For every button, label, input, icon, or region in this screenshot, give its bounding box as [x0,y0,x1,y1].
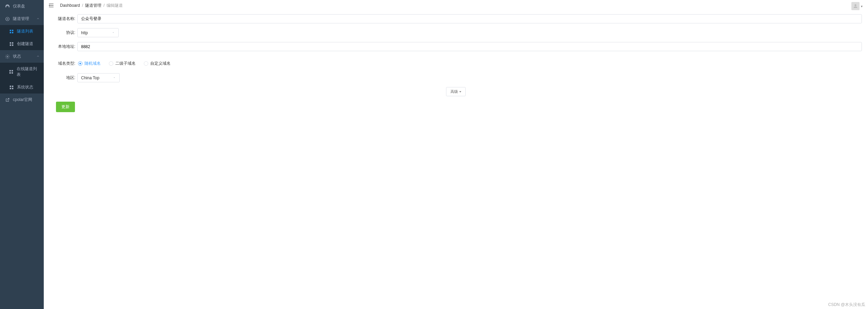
radio-subdomain[interactable]: 二级子域名 [109,61,136,66]
sidebar-item-label: 创建隧道 [17,41,33,47]
svg-rect-13 [12,72,13,74]
tunnel-name-label: 隧道名称: [50,16,75,22]
breadcrumb-item[interactable]: 隧道管理 [85,3,101,8]
region-label: 地区: [50,75,75,81]
grid-icon [9,85,14,90]
svg-rect-7 [10,44,11,46]
tunnel-name-input[interactable] [77,14,862,23]
grid-icon [9,29,14,34]
svg-rect-16 [10,88,11,89]
svg-point-9 [7,56,8,57]
region-value: China Top [81,76,99,80]
watermark: CSDN @木头没有瓜 [828,302,865,308]
gear-icon [5,54,10,59]
sidebar-item-label: 隧道管理 [13,16,29,22]
svg-rect-10 [9,70,11,71]
svg-rect-3 [10,32,11,33]
svg-point-18 [854,4,856,6]
breadcrumb-separator: / [103,3,104,8]
breadcrumb: Dashboard / 隧道管理 / 编辑隧道 [60,3,123,8]
svg-rect-15 [12,85,13,87]
caret-down-icon: ▾ [861,4,863,8]
breadcrumb-current: 编辑隧道 [107,3,123,8]
protocol-select[interactable]: http [77,28,119,37]
radio-dot-icon [144,61,148,66]
sidebar-item-label: 系统状态 [17,84,33,90]
svg-rect-8 [12,44,13,46]
sidebar-item-online-tunnels[interactable]: 在线隧道列表 [0,63,44,81]
domain-type-label: 域名类型: [50,61,75,66]
radio-label: 自定义域名 [150,61,171,66]
advanced-toggle-button[interactable]: 高级 [446,87,466,96]
chevron-down-icon [36,55,40,59]
svg-rect-4 [12,32,13,33]
user-menu[interactable]: ▾ [851,2,863,10]
plus-circle-icon [5,16,10,22]
radio-random-domain[interactable]: 随机域名 [78,61,101,66]
radio-dot-icon [78,61,82,66]
update-button[interactable]: 更新 [56,102,75,112]
svg-rect-11 [12,70,13,71]
sidebar-item-label: 状态 [13,54,21,59]
grid-icon [9,69,14,75]
external-link-icon [5,97,10,103]
advanced-label: 高级 [450,89,458,94]
protocol-label: 协议: [50,30,75,36]
menu-toggle-icon[interactable] [49,3,54,8]
sidebar-item-label: cpolar官网 [13,97,32,103]
svg-rect-6 [12,42,13,43]
breadcrumb-separator: / [82,3,83,8]
form-edit-tunnel: 隧道名称: 协议: http 本地地址: 域名类型: 随机域名 二级子域名 自定… [44,11,868,309]
svg-rect-14 [10,85,11,87]
breadcrumb-item[interactable]: Dashboard [60,3,80,8]
protocol-value: http [81,30,88,35]
chevron-down-icon [113,76,116,80]
sidebar-item-label: 在线隧道列表 [17,66,39,78]
svg-rect-5 [10,42,11,43]
sidebar-item-tunnel-list[interactable]: 隧道列表 [0,25,44,38]
header: Dashboard / 隧道管理 / 编辑隧道 ▾ [44,0,868,11]
dashboard-icon [5,4,10,9]
avatar-icon [851,2,860,10]
sidebar: 仪表盘 隧道管理 隧道列表 创建隧道 状态 在线隧道列表 系统状态 cpolar… [0,0,44,309]
svg-rect-17 [12,88,13,89]
sidebar-item-create-tunnel[interactable]: 创建隧道 [0,38,44,50]
svg-rect-1 [10,29,11,31]
radio-label: 随机域名 [84,61,101,66]
local-addr-label: 本地地址: [50,44,75,49]
sidebar-item-status[interactable]: 状态 [0,50,44,63]
sidebar-item-cpolar-site[interactable]: cpolar官网 [0,94,44,106]
region-select[interactable]: China Top [77,73,120,82]
sidebar-item-label: 仪表盘 [13,3,25,9]
radio-dot-icon [109,61,113,66]
sidebar-item-tunnel-manage[interactable]: 隧道管理 [0,13,44,25]
sidebar-item-dashboard[interactable]: 仪表盘 [0,0,44,13]
svg-rect-12 [9,72,11,74]
sidebar-item-system-status[interactable]: 系统状态 [0,81,44,94]
radio-label: 二级子域名 [115,61,136,66]
radio-custom-domain[interactable]: 自定义域名 [144,61,171,66]
sidebar-item-label: 隧道列表 [17,28,33,34]
grid-icon [9,41,14,47]
local-addr-input[interactable] [77,42,862,51]
chevron-down-icon [112,30,115,35]
chevron-down-icon [36,17,40,21]
svg-rect-2 [12,29,13,31]
domain-type-radio-group: 随机域名 二级子域名 自定义域名 [77,61,171,66]
